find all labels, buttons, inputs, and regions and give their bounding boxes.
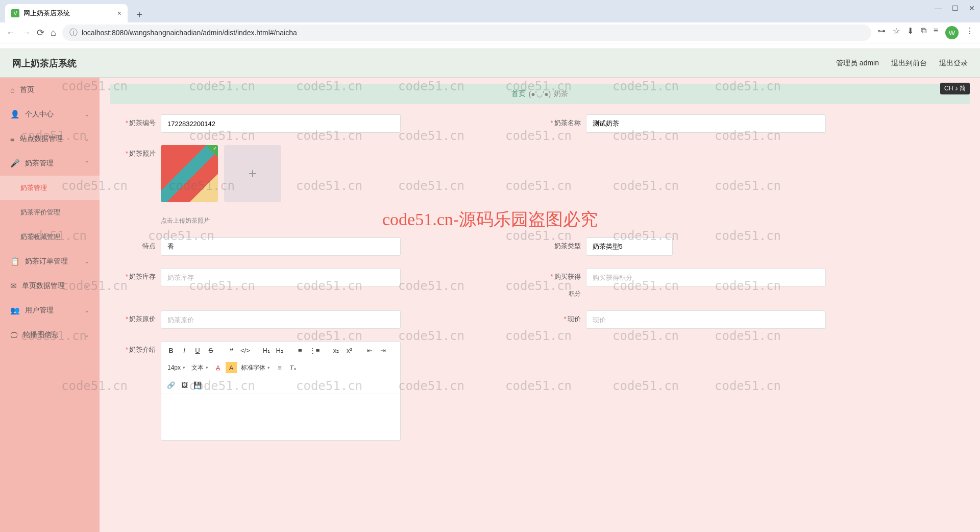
price-label: 现价 bbox=[568, 315, 581, 323]
points-input[interactable] bbox=[586, 268, 826, 286]
exit-front-link[interactable]: 退出到前台 bbox=[891, 59, 927, 68]
maximize-icon[interactable]: ☐ bbox=[952, 4, 959, 12]
bgcolor-icon[interactable]: A bbox=[226, 362, 237, 373]
underline-icon[interactable]: U bbox=[192, 345, 203, 356]
id-input[interactable] bbox=[161, 114, 401, 133]
rich-editor: B I U S ❝ </> H₁ H₂ bbox=[161, 341, 401, 441]
sidebar-item-user[interactable]: 👥用户管理⌄ bbox=[0, 298, 100, 323]
sidebar: ⌂首页 👤个人中心⌄ ≡站点数据管理⌄ 🎤奶茶管理⌃ 奶茶管理 奶茶评价管理 奶… bbox=[0, 78, 100, 532]
code-icon[interactable]: </> bbox=[239, 345, 252, 356]
outdent-icon[interactable]: ⇥ bbox=[377, 345, 388, 356]
profile-avatar[interactable]: W bbox=[945, 26, 959, 39]
link-icon[interactable]: 🔗 bbox=[165, 379, 177, 391]
sidebar-item-page[interactable]: ✉单页数据管理⌄ bbox=[0, 274, 100, 298]
chevron-down-icon: ⌄ bbox=[84, 307, 89, 314]
address-bar[interactable]: ⓘ localhost:8080/wangshangnaichadian/adm… bbox=[62, 25, 871, 41]
reload-icon[interactable]: ⟳ bbox=[37, 27, 44, 38]
sidebar-item-order[interactable]: 📋奶茶订单管理⌄ bbox=[0, 249, 100, 274]
align-icon[interactable]: ≡ bbox=[274, 362, 285, 373]
sidebar-sub-collect[interactable]: 奶茶收藏管理 bbox=[0, 225, 100, 249]
close-window-icon[interactable]: ✕ bbox=[969, 4, 975, 12]
stock-label: 奶茶库存 bbox=[129, 273, 156, 280]
points-sublabel: 积分 bbox=[540, 289, 586, 298]
chevron-down-icon: ⌄ bbox=[84, 258, 89, 265]
origprice-input[interactable] bbox=[161, 310, 401, 329]
sidebar-item-carousel[interactable]: 🖵轮播图信息⌄ bbox=[0, 323, 100, 347]
stock-input[interactable] bbox=[161, 268, 401, 286]
sidebar-item-tea[interactable]: 🎤奶茶管理⌃ bbox=[0, 151, 100, 176]
site-info-icon[interactable]: ⓘ bbox=[69, 28, 78, 38]
feature-input[interactable] bbox=[161, 237, 401, 256]
menu-icon[interactable]: ⋮ bbox=[966, 26, 974, 39]
close-tab-icon[interactable]: × bbox=[117, 9, 121, 17]
sidebar-sub-review[interactable]: 奶茶评价管理 bbox=[0, 200, 100, 225]
breadcrumb-home[interactable]: 首页 bbox=[511, 89, 526, 99]
quote-icon[interactable]: ❝ bbox=[226, 345, 237, 356]
browser-tab[interactable]: V 网上奶茶店系统 × bbox=[5, 4, 128, 22]
sidebar-item-data[interactable]: ≡站点数据管理⌄ bbox=[0, 127, 100, 151]
logout-link[interactable]: 退出登录 bbox=[939, 59, 968, 68]
home-icon[interactable]: ⌂ bbox=[51, 28, 56, 38]
italic-icon[interactable]: I bbox=[179, 345, 190, 356]
extension-icon[interactable]: ⧉ bbox=[921, 26, 926, 39]
fontfamily-select[interactable]: 标准字体▾ bbox=[239, 364, 272, 372]
download-icon[interactable]: ⬇ bbox=[907, 26, 914, 39]
uploaded-image[interactable]: ✓ bbox=[161, 145, 218, 202]
intro-label: 奶茶介绍 bbox=[129, 346, 156, 353]
sidebar-sub-tea[interactable]: 奶茶管理 bbox=[0, 176, 100, 200]
list-icon: ≡ bbox=[10, 135, 15, 143]
mail-icon: ✉ bbox=[10, 281, 17, 291]
fontsize-select[interactable]: 14px▾ bbox=[165, 364, 187, 371]
name-label: 奶茶名称 bbox=[554, 119, 581, 127]
sub-icon[interactable]: x₂ bbox=[330, 345, 341, 356]
chevron-down-icon: ⌄ bbox=[84, 135, 89, 142]
breadcrumb-sep: (●'◡'●) bbox=[529, 90, 551, 98]
editor-content[interactable] bbox=[161, 394, 400, 440]
key-icon[interactable]: ⊶ bbox=[877, 26, 886, 39]
h2-icon[interactable]: H₂ bbox=[274, 345, 285, 356]
image-icon[interactable]: 🖼 bbox=[179, 379, 190, 391]
indent-icon[interactable]: ⇤ bbox=[364, 345, 375, 356]
app-header: 网上奶茶店系统 管理员 admin 退出到前台 退出登录 bbox=[0, 49, 980, 78]
name-input[interactable] bbox=[586, 114, 826, 133]
chevron-down-icon: ⌄ bbox=[84, 331, 89, 338]
type-label: 奶茶类型 bbox=[554, 242, 581, 250]
ol-icon[interactable]: ≡ bbox=[295, 345, 306, 356]
new-tab-button[interactable]: + bbox=[132, 7, 147, 22]
breadcrumb: 首页 (●'◡'●) 奶茶 bbox=[110, 84, 970, 104]
url-text: localhost:8080/wangshangnaichadian/admin… bbox=[82, 29, 864, 37]
sup-icon[interactable]: x² bbox=[344, 345, 355, 356]
user-icon: 👤 bbox=[10, 110, 20, 119]
origprice-label: 奶茶原价 bbox=[129, 315, 156, 323]
strike-icon[interactable]: S bbox=[205, 345, 216, 356]
order-icon: 📋 bbox=[10, 257, 20, 266]
clear-icon[interactable]: Tₓ bbox=[287, 362, 299, 373]
back-icon[interactable]: ← bbox=[6, 28, 15, 38]
sidebar-item-home[interactable]: ⌂首页 bbox=[0, 78, 100, 102]
star-icon[interactable]: ☆ bbox=[893, 26, 900, 39]
user-label[interactable]: 管理员 admin bbox=[836, 59, 879, 68]
type-select[interactable] bbox=[586, 237, 673, 256]
photo-label: 奶茶照片 bbox=[129, 150, 156, 157]
upload-hint: 点击上传奶茶照片 bbox=[161, 216, 401, 225]
texttype-select[interactable]: 文本▾ bbox=[189, 364, 210, 372]
forward-icon: → bbox=[21, 28, 31, 38]
h1-icon[interactable]: H₁ bbox=[261, 345, 272, 356]
users-icon: 👥 bbox=[10, 306, 20, 315]
chevron-down-icon: ⌄ bbox=[84, 282, 89, 289]
monitor-icon: 🖵 bbox=[10, 331, 18, 340]
bold-icon[interactable]: B bbox=[165, 345, 177, 356]
textcolor-icon[interactable]: A bbox=[212, 362, 224, 373]
mic-icon: 🎤 bbox=[10, 159, 20, 168]
price-input[interactable] bbox=[586, 310, 826, 329]
save-icon[interactable]: 💾 bbox=[192, 379, 203, 391]
panel-icon[interactable]: ≡ bbox=[934, 26, 938, 39]
minimize-icon[interactable]: — bbox=[935, 4, 942, 12]
breadcrumb-current: 奶茶 bbox=[554, 89, 568, 99]
home-icon: ⌂ bbox=[10, 86, 15, 94]
upload-add-button[interactable]: + bbox=[224, 145, 281, 202]
sidebar-item-personal[interactable]: 👤个人中心⌄ bbox=[0, 102, 100, 127]
ime-indicator: CH ♪ 简 bbox=[940, 83, 970, 94]
ul-icon[interactable]: ⋮≡ bbox=[308, 345, 322, 356]
app-title: 网上奶茶店系统 bbox=[12, 57, 77, 69]
